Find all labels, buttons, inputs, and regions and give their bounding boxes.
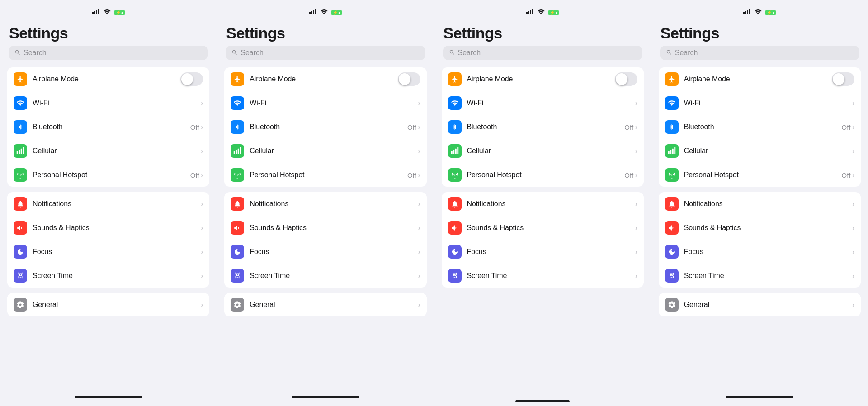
focus-icon <box>665 245 679 259</box>
airplane-mode-toggle[interactable] <box>615 72 637 86</box>
settings-row-screentime[interactable]: Screen Time› <box>224 264 426 288</box>
settings-row-airplane[interactable]: Airplane Mode <box>659 67 861 91</box>
settings-row-focus[interactable]: Focus› <box>442 240 644 264</box>
svg-rect-16 <box>240 147 241 154</box>
sounds-label: Sounds & Haptics <box>684 224 853 232</box>
settings-row-notifications[interactable]: Notifications› <box>224 192 426 216</box>
hotspot-label: Personal Hotspot <box>33 171 190 179</box>
settings-row-wifi[interactable]: Wi-Fi› <box>224 91 426 115</box>
wifi-label: Wi-Fi <box>33 99 201 107</box>
focus-label: Focus <box>467 248 636 256</box>
airplane-icon <box>231 72 244 86</box>
settings-row-sounds[interactable]: Sounds & Haptics› <box>442 216 644 240</box>
wifi-icon <box>14 96 27 110</box>
settings-row-sounds[interactable]: Sounds & Haptics› <box>7 216 209 240</box>
search-bar[interactable]: Search <box>443 46 642 60</box>
settings-row-cellular[interactable]: Cellular› <box>442 139 644 163</box>
settings-row-wifi[interactable]: Wi-Fi› <box>659 91 861 115</box>
svg-rect-9 <box>309 12 311 14</box>
settings-row-screentime[interactable]: Screen Time› <box>442 264 644 288</box>
hotspot-icon <box>448 168 462 182</box>
home-indicator <box>515 400 570 402</box>
settings-row-general[interactable]: General› <box>224 293 426 316</box>
airplane-mode-toggle[interactable] <box>180 72 203 86</box>
page-title: Settings <box>651 20 868 46</box>
settings-row-focus[interactable]: Focus› <box>7 240 209 264</box>
svg-rect-2 <box>96 10 97 14</box>
chevron-right-icon: › <box>852 147 854 155</box>
screentime-label: Screen Time <box>467 272 636 280</box>
bottom-line <box>292 396 359 398</box>
settings-row-bluetooth[interactable]: BluetoothOff› <box>224 115 426 139</box>
settings-row-bluetooth[interactable]: BluetoothOff› <box>442 115 644 139</box>
settings-row-hotspot[interactable]: Personal HotspotOff› <box>224 163 426 187</box>
screens-container: ⚡ ● Settings Search Airplane ModeWi-Fi›B… <box>0 0 868 406</box>
airplane-mode-toggle[interactable] <box>832 72 854 86</box>
screen-4: ⚡ ● Settings Search Airplane ModeWi-Fi›B… <box>651 0 868 406</box>
cellular-icon <box>231 144 244 158</box>
settings-row-wifi[interactable]: Wi-Fi› <box>7 91 209 115</box>
svg-rect-20 <box>530 10 531 14</box>
battery-icon: ⚡ ● <box>765 8 776 16</box>
search-bar[interactable]: Search <box>660 46 859 60</box>
settings-row-hotspot[interactable]: Personal HotspotOff› <box>7 163 209 187</box>
search-icon <box>449 49 455 57</box>
bluetooth-icon <box>231 120 244 134</box>
settings-row-notifications[interactable]: Notifications› <box>442 192 644 216</box>
bluetooth-label: Bluetooth <box>467 123 625 131</box>
chevron-right-icon: › <box>418 248 420 255</box>
settings-row-sounds[interactable]: Sounds & Haptics› <box>224 216 426 240</box>
general-label: General <box>250 301 418 309</box>
settings-row-general[interactable]: General› <box>7 293 209 316</box>
settings-row-screentime[interactable]: Screen Time› <box>659 264 861 288</box>
settings-row-focus[interactable]: Focus› <box>659 240 861 264</box>
general-label: General <box>684 301 853 309</box>
sounds-icon <box>665 221 679 235</box>
settings-row-focus[interactable]: Focus› <box>224 240 426 264</box>
settings-row-cellular[interactable]: Cellular› <box>659 139 861 163</box>
settings-row-bluetooth[interactable]: BluetoothOff› <box>7 115 209 139</box>
chevron-right-icon: › <box>852 171 854 179</box>
chevron-right-icon: › <box>201 99 203 107</box>
settings-row-wifi[interactable]: Wi-Fi› <box>442 91 644 115</box>
settings-row-cellular[interactable]: Cellular› <box>224 139 426 163</box>
chevron-right-icon: › <box>852 123 854 131</box>
settings-row-notifications[interactable]: Notifications› <box>659 192 861 216</box>
bluetooth-label: Bluetooth <box>250 123 407 131</box>
cellular-label: Cellular <box>250 147 418 155</box>
airplane-mode-toggle[interactable] <box>398 72 420 86</box>
signal-icon <box>92 9 100 15</box>
settings-row-notifications[interactable]: Notifications› <box>7 192 209 216</box>
search-bar[interactable]: Search <box>226 46 425 60</box>
notifications-label: Notifications <box>684 200 853 208</box>
settings-row-hotspot[interactable]: Personal HotspotOff› <box>659 163 861 187</box>
wifi-icon <box>665 96 679 110</box>
hotspot-label: Personal Hotspot <box>467 171 625 179</box>
settings-row-hotspot[interactable]: Personal HotspotOff› <box>442 163 644 187</box>
search-bar[interactable]: Search <box>9 46 208 60</box>
chevron-right-icon: › <box>418 123 420 131</box>
chevron-right-icon: › <box>852 248 854 255</box>
hotspot-icon <box>231 168 244 182</box>
svg-rect-33 <box>672 149 674 154</box>
wifi-status-icon <box>755 8 762 16</box>
settings-row-general[interactable]: General› <box>659 293 861 316</box>
search-icon <box>231 49 238 57</box>
settings-row-screentime[interactable]: Screen Time› <box>7 264 209 288</box>
settings-row-airplane[interactable]: Airplane Mode <box>224 67 426 91</box>
settings-row-bluetooth[interactable]: BluetoothOff› <box>659 115 861 139</box>
status-bar: ⚡ ● <box>0 0 217 20</box>
svg-rect-11 <box>313 10 314 14</box>
settings-row-cellular[interactable]: Cellular› <box>7 139 209 163</box>
focus-label: Focus <box>684 248 853 256</box>
cellular-icon <box>14 144 27 158</box>
sounds-label: Sounds & Haptics <box>33 224 201 232</box>
airplane-icon <box>14 72 27 86</box>
settings-row-airplane[interactable]: Airplane Mode <box>7 67 209 91</box>
airplane-label: Airplane Mode <box>467 75 615 83</box>
settings-row-airplane[interactable]: Airplane Mode <box>442 67 644 91</box>
settings-group-connectivity: Airplane ModeWi-Fi›BluetoothOff›Cellular… <box>7 67 209 187</box>
screen-1: ⚡ ● Settings Search Airplane ModeWi-Fi›B… <box>0 0 217 406</box>
settings-row-sounds[interactable]: Sounds & Haptics› <box>659 216 861 240</box>
wifi-label: Wi-Fi <box>250 99 418 107</box>
